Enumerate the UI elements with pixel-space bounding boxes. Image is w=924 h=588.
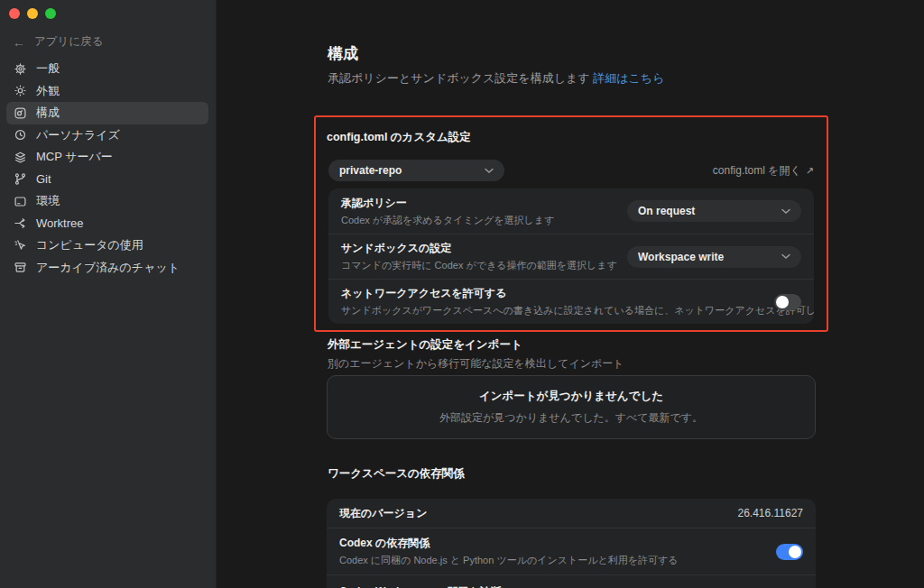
network-access-title: ネットワークアクセスを許可する xyxy=(341,286,763,301)
codex-dependencies-row: Codex の依存関係 Codex に同梱の Node.js と Python … xyxy=(327,528,816,574)
sidebar-item-mcp-server[interactable]: MCP サーバー xyxy=(6,146,208,169)
import-empty-message: 外部設定が見つかりませんでした。すべて最新です。 xyxy=(439,410,703,426)
sidebar-item-label: Git xyxy=(36,172,51,186)
settings-main-panel: 構成 承認ポリシーとサンドボックス設定を構成します 詳細はこちら config.… xyxy=(217,0,924,588)
chevron-down-icon xyxy=(781,208,790,215)
network-access-toggle[interactable] xyxy=(774,294,801,310)
sidebar-item-label: 外観 xyxy=(36,83,60,99)
codex-dependencies-title: Codex の依存関係 xyxy=(339,536,679,551)
diagnose-row: Codex Workspace の問題を診断 xyxy=(327,574,816,588)
gear-icon xyxy=(13,61,27,76)
git-branch-icon xyxy=(13,172,27,187)
chevron-down-icon xyxy=(485,168,494,174)
sidebar-item-appearance[interactable]: 外観 xyxy=(6,80,208,103)
layers-icon xyxy=(13,150,27,164)
back-arrow-icon: ← xyxy=(13,36,25,49)
dependencies-section-title: ワークスペースの依存関係 xyxy=(328,466,465,482)
import-empty-state: インポートが見つかりませんでした 外部設定が見つかりませんでした。すべて最新です… xyxy=(327,375,816,439)
sandbox-settings-description: コマンドの実行時に Codex ができる操作の範囲を選択します xyxy=(341,259,616,272)
external-link-arrow-icon: ↗ xyxy=(806,165,814,177)
chevron-down-icon xyxy=(781,253,790,260)
back-to-app-button[interactable]: ← アプリに戻る xyxy=(13,34,103,50)
sandbox-settings-row: サンドボックスの設定 コマンドの実行時に Codex ができる操作の範囲を選択し… xyxy=(328,234,814,279)
sandbox-settings-text: サンドボックスの設定 コマンドの実行時に Codex ができる操作の範囲を選択し… xyxy=(341,241,627,272)
cursor-sparkle-icon xyxy=(13,238,27,253)
network-access-row: ネットワークアクセスを許可する サンドボックスがワークスペースへの書き込みに設定… xyxy=(328,279,814,324)
sidebar-item-config[interactable]: 構成 xyxy=(6,102,208,124)
back-to-app-label: アプリに戻る xyxy=(34,34,103,50)
codex-dependencies-toggle[interactable] xyxy=(776,544,803,560)
sidebar-item-label: 構成 xyxy=(36,105,60,121)
sidebar-item-personalize[interactable]: パーソナライズ xyxy=(6,124,208,147)
import-section-subtitle: 別のエージェントから移行可能な設定を検出してインポート xyxy=(328,356,624,372)
repo-select-value: private-repo xyxy=(339,164,402,177)
page-title: 構成 xyxy=(328,43,358,64)
sidebar-nav: 一般 外観 構成 xyxy=(6,58,208,279)
current-version-title: 現在のバージョン xyxy=(339,506,427,521)
custom-config-section: config.toml のカスタム設定 private-repo config.… xyxy=(314,115,828,332)
window-icon xyxy=(13,194,27,208)
sidebar-item-label: Worktree xyxy=(36,216,84,230)
sandbox-settings-title: サンドボックスの設定 xyxy=(341,241,616,256)
approval-policy-row: 承認ポリシー Codex が承認を求めるタイミングを選択します On reque… xyxy=(328,188,814,234)
repo-row: private-repo config.toml を開く ↗ xyxy=(328,160,814,181)
approval-policy-text: 承認ポリシー Codex が承認を求めるタイミングを選択します xyxy=(341,196,565,227)
network-access-description: サンドボックスがワークスペースへの書き込みに設定されている場合に、ネットワークア… xyxy=(341,304,763,317)
dependencies-card: 現在のバージョン 26.416.11627 Codex の依存関係 Codex … xyxy=(327,499,816,588)
sidebar-item-computer-use[interactable]: コンピュータの使用 xyxy=(6,234,208,257)
worktree-icon xyxy=(13,216,27,231)
sidebar-item-label: コンピュータの使用 xyxy=(36,237,143,253)
sandbox-settings-select[interactable]: Workspace write xyxy=(627,246,801,268)
open-config-toml-link[interactable]: config.toml を開く ↗ xyxy=(713,163,814,179)
page-subtitle-text: 承認ポリシーとサンドボックス設定を構成します xyxy=(328,71,590,85)
sidebar-item-environment[interactable]: 環境 xyxy=(6,190,208,213)
approval-policy-title: 承認ポリシー xyxy=(341,196,554,211)
sidebar-item-label: アーカイブ済みのチャット xyxy=(36,260,180,276)
approval-policy-value: On request xyxy=(638,205,695,217)
clock-icon xyxy=(13,128,27,142)
open-config-toml-label: config.toml を開く xyxy=(713,163,801,179)
current-version-row: 現在のバージョン 26.416.11627 xyxy=(327,499,816,528)
import-section-title: 外部エージェントの設定をインポート xyxy=(328,337,522,353)
app-window: ← アプリに戻る 一般 xyxy=(0,0,924,588)
sidebar-item-git[interactable]: Git xyxy=(6,169,208,191)
zoom-window-button[interactable] xyxy=(45,8,56,19)
sidebar-item-archived-chats[interactable]: アーカイブ済みのチャット xyxy=(6,257,208,280)
network-access-text: ネットワークアクセスを許可する サンドボックスがワークスペースへの書き込みに設定… xyxy=(341,286,774,317)
sidebar-item-worktree[interactable]: Worktree xyxy=(6,213,208,235)
close-window-button[interactable] xyxy=(9,8,20,19)
current-version-value: 26.416.11627 xyxy=(737,507,803,519)
sandbox-settings-value: Workspace write xyxy=(638,251,724,263)
sidebar-item-label: MCP サーバー xyxy=(36,149,113,165)
sidebar-item-label: パーソナライズ xyxy=(36,127,120,143)
toggle-knob xyxy=(776,296,789,308)
learn-more-link[interactable]: 詳細はこちら xyxy=(593,71,664,85)
config-dial-icon xyxy=(13,106,27,120)
approval-policy-select[interactable]: On request xyxy=(627,200,801,222)
minimize-window-button[interactable] xyxy=(27,8,38,19)
codex-dependencies-text: Codex の依存関係 Codex に同梱の Node.js と Python … xyxy=(339,536,689,567)
sidebar: ← アプリに戻る 一般 xyxy=(0,0,217,588)
custom-config-title: config.toml のカスタム設定 xyxy=(327,130,816,145)
sidebar-item-label: 一般 xyxy=(36,60,60,77)
import-empty-title: インポートが見つかりませんでした xyxy=(479,389,663,404)
archive-icon xyxy=(13,261,27,275)
sun-icon xyxy=(13,84,27,98)
codex-dependencies-description: Codex に同梱の Node.js と Python ツールのインストールと利… xyxy=(339,554,679,567)
window-controls xyxy=(9,8,56,19)
sidebar-item-label: 環境 xyxy=(36,193,60,209)
toggle-knob xyxy=(789,546,801,558)
sidebar-item-general[interactable]: 一般 xyxy=(6,58,208,80)
policy-settings-card: 承認ポリシー Codex が承認を求めるタイミングを選択します On reque… xyxy=(328,188,814,324)
approval-policy-description: Codex が承認を求めるタイミングを選択します xyxy=(341,214,554,227)
repo-select[interactable]: private-repo xyxy=(328,160,504,181)
page-subtitle: 承認ポリシーとサンドボックス設定を構成します 詳細はこちら xyxy=(328,70,664,87)
